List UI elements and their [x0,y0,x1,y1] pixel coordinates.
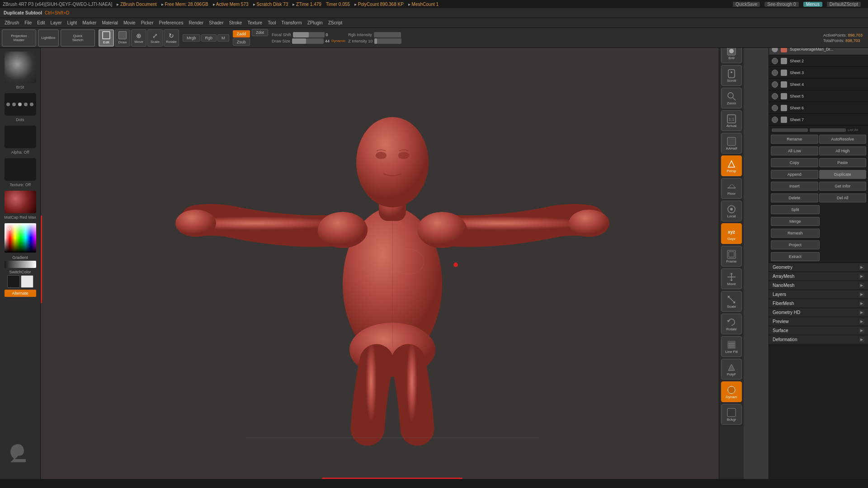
rt-gxyz-btn[interactable]: xyz Gxyz [721,223,742,244]
subtool-item-6[interactable]: Sheet 7 [769,114,868,126]
rotate-btn[interactable]: ↻ Rotate [164,29,179,47]
projection-master-btn[interactable]: Projection Master [2,29,36,47]
paste-btn[interactable]: Paste [819,158,867,167]
rt-dynam-btn[interactable]: Dynam [721,381,742,402]
insert-btn[interactable]: Insert [771,182,818,191]
split-btn[interactable]: Split [771,205,820,214]
menu-zscript[interactable]: ZScript [326,20,345,25]
nano-mesh-info-btn[interactable]: ▶ [859,283,864,288]
deformation-section[interactable]: Deformation ▶ [769,335,868,344]
rgb-intensity-slider[interactable] [374,32,401,38]
geometry-hd-section[interactable]: Geometry HD ▶ [769,308,868,317]
z-intensity-slider[interactable] [374,38,401,44]
dots-preview[interactable] [5,93,36,116]
brush-preview[interactable] [5,52,36,83]
menu-file[interactable]: File [22,20,34,25]
copy-btn[interactable]: Copy [771,158,818,167]
merge-btn[interactable]: Merge [771,217,820,226]
dynamic-label[interactable]: Dynamic [331,39,345,43]
rt-scale-btn[interactable]: Scale [721,291,742,312]
auto-resolve-btn[interactable]: AutoResolve [819,135,867,144]
menu-zplugin[interactable]: ZPlugin [305,20,326,25]
quick-save-btn[interactable]: QuickSave [733,2,760,7]
rt-floor-btn[interactable]: Floor [721,178,742,199]
quick-sketch-btn[interactable]: Quick Sketch [61,29,95,47]
alpha-preview[interactable] [5,126,36,148]
subtool-slider2[interactable] [810,128,846,132]
array-mesh-section[interactable]: ArrayMesh ▶ [769,272,868,281]
deformation-info-btn[interactable]: ▶ [859,337,864,342]
menu-zbrush[interactable]: ZBrush [2,20,22,25]
all-high-btn[interactable]: All High [819,146,867,155]
canvas-area[interactable] [41,40,744,479]
rt-persp-btn[interactable]: Persp [721,155,742,176]
menu-material[interactable]: Material [99,20,121,25]
focal-slider[interactable] [293,32,325,38]
fiber-mesh-section[interactable]: FiberMesh ▶ [769,299,868,308]
menu-texture[interactable]: Texture [245,20,265,25]
default-script-btn[interactable]: DefaultZScript [827,2,861,7]
menu-movie[interactable]: Movie [121,20,138,25]
append-btn[interactable]: Append [771,170,818,179]
menu-preferences[interactable]: Preferences [156,20,186,25]
rt-actual-btn[interactable]: 1:1 Actual [721,110,742,131]
all-low-btn[interactable]: All Low [771,146,818,155]
rt-bckgr-btn[interactable]: Bckgr [721,404,742,425]
dark-swatch[interactable] [7,275,20,288]
menu-marker[interactable]: Marker [80,20,99,25]
nano-mesh-section[interactable]: NanoMesh ▶ [769,281,868,290]
subtool-item-2[interactable]: Sheet 3 [769,67,868,79]
extract-btn[interactable]: Extract [771,252,820,261]
delete-btn[interactable]: Delete [771,193,818,202]
mrgb-btn[interactable]: Mrgb [183,34,200,42]
list-all-btn[interactable]: List All [848,128,858,132]
rename-btn[interactable]: Rename [771,135,818,144]
rt-aahalf-btn[interactable]: AAHalf [721,133,742,154]
subtool-item-3[interactable]: Sheet 4 [769,79,868,90]
menu-tool[interactable]: Tool [265,20,278,25]
alternate-btn[interactable]: Alternate [5,290,36,297]
edit-btn[interactable]: Edit [99,29,114,47]
rgb-btn[interactable]: Rgb [201,34,217,42]
menu-picker[interactable]: Picker [138,20,156,25]
zsub-btn[interactable]: Zsub [233,38,250,46]
zadd-btn[interactable]: Zadd [233,30,250,38]
zdot-btn[interactable]: Zdot [252,29,268,36]
fiber-mesh-info-btn[interactable]: ▶ [859,301,864,306]
lightbox-btn[interactable]: LightBox [38,29,59,47]
menu-transform[interactable]: Transform [279,20,305,25]
subtool-item-1[interactable]: Sheet 2 [769,55,868,67]
array-mesh-info-btn[interactable]: ▶ [859,274,864,279]
layers-section[interactable]: Layers ▶ [769,290,868,299]
del-all-btn[interactable]: Del All [819,193,867,202]
scale-btn[interactable]: ⤢ Scale [147,29,163,47]
3d-viewport[interactable] [41,40,744,479]
preview-info-btn[interactable]: ▶ [859,319,864,324]
geometry-section-top[interactable]: Geometry ▶ [769,263,868,272]
rt-polyf-btn[interactable]: PolyF [721,359,742,380]
menu-layer[interactable]: Layer [48,20,65,25]
menu-light[interactable]: Light [65,20,80,25]
move-btn[interactable]: ⊕ Move [131,29,146,47]
duplicate-btn[interactable]: Duplicate [819,170,867,179]
project-btn[interactable]: Project [771,240,820,249]
matcap-preview[interactable] [5,191,36,213]
geometry-info-btn[interactable]: ▶ [859,265,864,270]
rt-frame-btn[interactable]: Frame [721,246,742,267]
gradient-bar[interactable] [5,261,36,268]
menu-shader[interactable]: Shader [206,20,226,25]
see-through-btn[interactable]: See-through 0 [764,2,798,7]
m-btn[interactable]: M [217,34,229,42]
draw-btn[interactable]: Draw [115,29,130,47]
get-infor-btn[interactable]: Get Infor [819,182,867,191]
rt-scroll-btn[interactable]: Scroll [721,65,742,86]
preview-section[interactable]: Preview ▶ [769,317,868,326]
geometry-hd-info-btn[interactable]: ▶ [859,310,864,315]
color-picker[interactable] [5,223,36,253]
subtool-item-5[interactable]: Sheet 6 [769,102,868,114]
menu-render[interactable]: Render [186,20,206,25]
rt-local-btn[interactable]: Local [721,201,742,221]
menu-stroke[interactable]: Stroke [226,20,245,25]
remesh-btn[interactable]: Remesh [771,229,820,238]
rt-move-btn[interactable]: Move [721,268,742,289]
